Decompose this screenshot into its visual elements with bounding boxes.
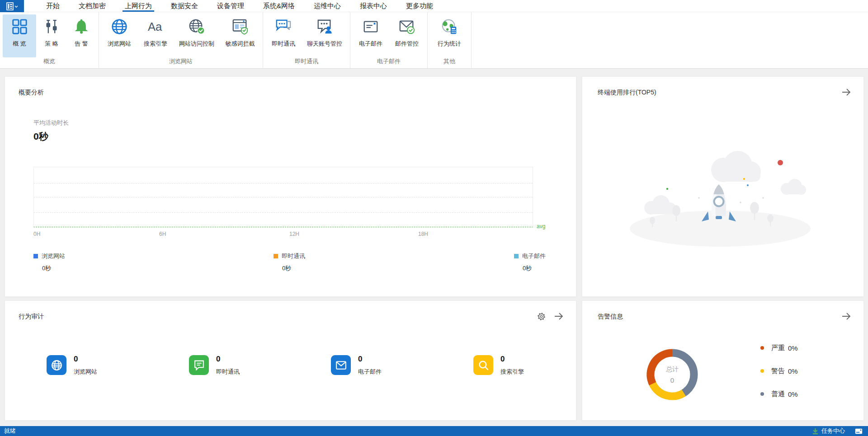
alert-info-card: 告警信息 总计 0 严重 0% 警告 0% 普通 0%: [582, 300, 864, 421]
legend-item-browse-website: 浏览网站 0秒: [33, 252, 133, 272]
x-tick: 6H: [159, 231, 166, 237]
ribbon-group-browse: 浏览网站 Aa 搜索引擎: [99, 12, 263, 68]
x-tick: 0H: [33, 231, 40, 237]
terminal-usage-ranking-card: 终端使用排行(TOP5): [582, 76, 864, 297]
ribbon-group-label: 电子邮件: [353, 57, 425, 66]
ribbon-group-other: 行为统计 其他: [428, 12, 472, 68]
stat-search-engine[interactable]: 0 搜索引擎: [473, 355, 524, 375]
legend-item-critical: 严重 0%: [760, 344, 798, 352]
ribbon-item-search-engine[interactable]: Aa 搜索引擎: [138, 14, 173, 57]
status-bar: 就绪 任务中心: [0, 426, 868, 436]
stat-email[interactable]: 0 电子邮件: [331, 355, 382, 375]
ribbon-item-browse-website[interactable]: 浏览网站: [102, 14, 137, 57]
task-center-label: 任务中心: [821, 427, 845, 435]
font-aa-icon: Aa: [146, 18, 165, 36]
tab-start[interactable]: 开始: [37, 0, 69, 12]
ribbon-group-label: 其他: [430, 57, 469, 66]
sliders-icon: [42, 18, 61, 36]
arrow-right-icon[interactable]: [841, 311, 852, 322]
stat-value: 0: [74, 355, 97, 363]
ribbon-item-email[interactable]: 电子邮件: [353, 14, 388, 57]
globe-icon: [47, 355, 66, 375]
x-tick: 12H: [289, 231, 299, 237]
stat-value: 0: [500, 355, 524, 363]
tab-device-management[interactable]: 设备管理: [208, 0, 254, 12]
tab-system-network[interactable]: 系统&网络: [254, 0, 304, 12]
ribbon-group-im: 即时通讯 聊天账号管控 即时通讯: [263, 12, 350, 68]
app-menu-button[interactable]: [0, 0, 24, 12]
tab-report-center[interactable]: 报表中心: [350, 0, 396, 12]
stat-instant-messaging[interactable]: 0 即时通讯: [189, 355, 240, 375]
task-center-button[interactable]: 任务中心: [812, 427, 845, 435]
legend-item-instant-messaging: 即时通讯 0秒: [274, 252, 373, 272]
x-axis-ticks: 0H 6H 12H 18H: [33, 231, 533, 238]
gridline: [34, 212, 533, 213]
download-icon: [812, 428, 819, 435]
stat-label: 搜索引擎: [500, 369, 524, 375]
globe-stats-icon: [440, 18, 458, 36]
stat-value: 0: [216, 355, 240, 363]
card-title: 行为审计: [19, 313, 44, 321]
legend-swatch: [514, 254, 519, 258]
ribbon-toolbar: 概 览 策 略: [0, 12, 868, 69]
mail-icon: [331, 355, 351, 375]
ribbon-item-behavior-statistics[interactable]: 行为统计: [430, 14, 468, 57]
legend-value: 0秒: [282, 264, 373, 272]
ribbon-item-sensitive-word-block[interactable]: 敏感词拦截: [220, 14, 260, 57]
grid-icon: [10, 18, 28, 36]
globe-check-icon: [188, 18, 206, 36]
ribbon-item-instant-messaging[interactable]: 即时通讯: [266, 14, 301, 57]
behavior-audit-card: 行为审计 0 浏览网站: [5, 300, 576, 421]
ribbon-group-email: 电子邮件 邮件管控 电子邮件: [350, 12, 428, 68]
tab-data-security[interactable]: 数据安全: [161, 0, 208, 12]
search-icon: [473, 355, 493, 375]
tab-internet-behavior[interactable]: 上网行为: [115, 0, 161, 12]
avg-activity-duration-value: 0秒: [33, 130, 48, 143]
gridline: [34, 197, 533, 197]
tab-ops-center[interactable]: 运维中心: [304, 0, 350, 12]
overview-analysis-card: 概要分析 平均活动时长 0秒 avg 0H 6H 12H 18H 浏览网站 0秒…: [5, 76, 576, 297]
legend-item-warning: 警告 0%: [760, 367, 798, 375]
svg-text:Aa: Aa: [148, 20, 162, 33]
bell-icon: [72, 18, 90, 36]
stat-browse-website[interactable]: 0 浏览网站: [47, 355, 97, 375]
x-tick: 18H: [418, 231, 428, 237]
avg-activity-duration-label: 平均活动时长: [33, 119, 69, 127]
ribbon-item-website-access-control[interactable]: 网站访问控制: [174, 14, 219, 57]
gridline: [34, 183, 533, 183]
stat-label: 电子邮件: [358, 369, 382, 375]
legend-label: 电子邮件: [522, 252, 546, 260]
page-shield-icon: [231, 18, 249, 36]
legend-swatch: [274, 254, 278, 258]
empty-state-illustration: [627, 145, 817, 250]
legend-label: 即时通讯: [282, 252, 305, 260]
ribbon-group-label: 浏览网站: [101, 57, 260, 66]
stat-value: 0: [358, 355, 382, 363]
ribbon-group-overview: 概 览 策 略: [0, 12, 99, 68]
message-panel-icon[interactable]: [855, 428, 863, 434]
mail-icon: [362, 18, 380, 36]
tab-doc-encryption[interactable]: 文档加密: [69, 0, 115, 12]
menu-bar: 开始 文档加密 上网行为 数据安全 设备管理 系统&网络 运维中心 报表中心 更…: [0, 0, 868, 12]
ribbon-item-policy[interactable]: 策 略: [37, 14, 66, 57]
tab-more-features[interactable]: 更多功能: [396, 0, 443, 12]
chat-bubbles-icon: [274, 18, 292, 36]
activity-line-chart: [33, 167, 533, 227]
rocket-graphic: [702, 184, 736, 221]
alert-legend: 严重 0% 警告 0% 普通 0%: [760, 344, 798, 413]
donut-total-value: 0: [670, 376, 674, 384]
globe-icon: [110, 18, 128, 36]
arrow-right-icon[interactable]: [841, 87, 852, 98]
legend-value: 0秒: [42, 264, 133, 272]
legend-item-normal: 普通 0%: [760, 390, 798, 398]
card-title: 终端使用排行(TOP5): [598, 89, 656, 97]
card-title: 告警信息: [598, 313, 623, 321]
ribbon-item-chat-account-control[interactable]: 聊天账号管控: [302, 14, 347, 57]
avg-line-label: avg: [537, 223, 545, 230]
ribbon-item-mail-control[interactable]: 邮件管控: [389, 14, 425, 57]
arrow-right-icon[interactable]: [553, 311, 564, 322]
ribbon-item-overview[interactable]: 概 览: [3, 14, 36, 57]
ribbon-item-alert[interactable]: 告 警: [67, 14, 96, 57]
gear-icon[interactable]: [536, 311, 546, 321]
app-logo-icon: [6, 2, 18, 10]
